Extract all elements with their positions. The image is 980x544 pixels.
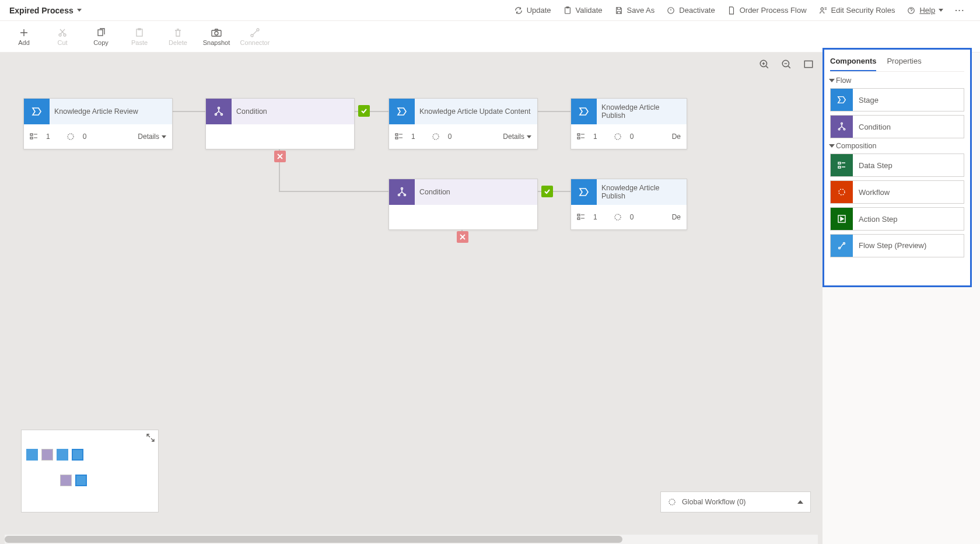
- plus-icon: [19, 27, 29, 38]
- stage-node-review[interactable]: Knowledge Article Review 1 0 Details: [23, 98, 173, 149]
- refresh-icon: [514, 6, 523, 15]
- tab-properties[interactable]: Properties: [887, 54, 921, 71]
- button-label: Delete: [169, 39, 187, 46]
- button-label: Save As: [627, 6, 655, 15]
- connector-line: [173, 111, 205, 112]
- svg-rect-15: [30, 134, 33, 135]
- canvas-area[interactable]: Knowledge Article Review 1 0 Details Con…: [0, 53, 822, 544]
- validate-button[interactable]: Validate: [557, 4, 608, 18]
- details-toggle[interactable]: De: [672, 132, 681, 141]
- details-toggle[interactable]: Details: [138, 132, 166, 141]
- details-toggle[interactable]: De: [672, 213, 681, 221]
- minimap-condition: [41, 449, 53, 461]
- more-button[interactable]: ···: [949, 4, 971, 17]
- details-toggle[interactable]: Details: [503, 132, 531, 141]
- scrollbar-thumb[interactable]: [5, 536, 622, 543]
- svg-point-26: [615, 134, 621, 140]
- details-label: Details: [138, 132, 159, 141]
- stage-node-publish-2[interactable]: Knowledge Article Publish 1 0 De: [570, 179, 687, 230]
- deactivate-icon: [666, 6, 676, 15]
- chevron-up-icon[interactable]: [797, 500, 803, 504]
- process-title-dropdown[interactable]: Expired Process: [9, 6, 82, 15]
- stage-icon: [24, 99, 50, 124]
- workflow-icon: [614, 213, 622, 221]
- node-title: Knowledge Article Publish: [597, 99, 687, 124]
- copy-button[interactable]: Copy: [82, 21, 120, 53]
- stage-node-publish-1[interactable]: Knowledge Article Publish 1 0 De: [570, 98, 687, 149]
- help-button[interactable]: Help: [901, 4, 949, 18]
- button-label: Add: [18, 39, 30, 46]
- snapshot-button[interactable]: Snapshot: [197, 21, 236, 53]
- components-panel: Components Properties Flow Stage Conditi…: [822, 48, 972, 287]
- header-bar: Expired Process Update Validate Save As …: [0, 0, 980, 21]
- minimap-condition: [60, 475, 72, 486]
- svg-rect-25: [578, 137, 580, 139]
- button-label: Order Process Flow: [740, 6, 807, 15]
- global-workflow-bar[interactable]: Global Workflow (0): [660, 491, 811, 512]
- button-label: Connector: [240, 39, 270, 46]
- svg-rect-7: [136, 29, 142, 36]
- minimap[interactable]: [21, 430, 159, 512]
- add-button[interactable]: Add: [5, 21, 43, 53]
- details-label: De: [672, 213, 681, 221]
- save-as-button[interactable]: Save As: [608, 4, 661, 18]
- update-button[interactable]: Update: [508, 4, 557, 18]
- button-label: Update: [527, 6, 551, 15]
- section-label: Flow: [836, 76, 851, 85]
- component-data-step[interactable]: Data Step: [830, 154, 964, 177]
- section-composition[interactable]: Composition: [830, 142, 964, 150]
- component-workflow[interactable]: Workflow: [830, 180, 964, 204]
- node-title: Knowledge Article Publish: [597, 179, 687, 205]
- stage-node-update[interactable]: Knowledge Article Update Content 1 0 Det…: [388, 98, 538, 149]
- tab-components[interactable]: Components: [830, 54, 876, 71]
- edit-security-button[interactable]: Edit Security Roles: [813, 4, 901, 18]
- svg-point-11: [257, 29, 259, 31]
- workflow-icon: [614, 132, 622, 141]
- copy-icon: [96, 27, 106, 38]
- node-title: Condition: [415, 179, 537, 205]
- connector-button[interactable]: Connector: [236, 21, 274, 53]
- component-label: Data Step: [853, 161, 898, 170]
- node-title: Knowledge Article Update Content: [415, 99, 537, 124]
- svg-point-5: [64, 34, 66, 36]
- chevron-down-icon: [527, 135, 531, 138]
- details-label: De: [672, 132, 681, 141]
- action-icon: [831, 208, 853, 230]
- button-label: Paste: [131, 39, 148, 46]
- steps-icon: [395, 132, 403, 141]
- deactivate-button[interactable]: Deactivate: [660, 4, 720, 18]
- steps-count: 1: [593, 132, 597, 141]
- horizontal-scrollbar[interactable]: [5, 535, 818, 544]
- chevron-down-icon: [939, 9, 943, 12]
- steps-count: 1: [46, 132, 50, 141]
- cut-button[interactable]: Cut: [43, 21, 82, 53]
- camera-icon: [211, 27, 222, 38]
- svg-rect-6: [98, 30, 103, 36]
- data-step-icon: [831, 154, 853, 176]
- condition-node-2[interactable]: Condition: [388, 179, 538, 230]
- node-title: Knowledge Article Review: [50, 99, 172, 124]
- svg-rect-24: [578, 134, 580, 135]
- expand-icon[interactable]: [146, 434, 155, 442]
- button-label: Copy: [93, 39, 108, 46]
- button-label: Edit Security Roles: [831, 6, 895, 15]
- section-flow[interactable]: Flow: [830, 76, 964, 85]
- workflow-count: 0: [630, 213, 634, 221]
- component-action-step[interactable]: Action Step: [830, 207, 964, 231]
- component-stage[interactable]: Stage: [830, 88, 964, 111]
- component-label: Stage: [853, 96, 884, 104]
- component-label: Action Step: [853, 215, 904, 224]
- svg-rect-37: [838, 162, 841, 164]
- steps-icon: [577, 213, 585, 221]
- component-flow-step[interactable]: Flow Step (Preview): [830, 234, 964, 257]
- minimap-stage: [26, 449, 38, 461]
- svg-point-33: [669, 499, 675, 505]
- process-title: Expired Process: [9, 6, 74, 15]
- component-condition[interactable]: Condition: [830, 115, 964, 138]
- condition-node[interactable]: Condition: [205, 98, 355, 149]
- delete-button[interactable]: Delete: [159, 21, 197, 53]
- svg-point-32: [615, 214, 621, 220]
- paste-button[interactable]: Paste: [120, 21, 159, 53]
- svg-rect-22: [396, 137, 398, 139]
- order-process-button[interactable]: Order Process Flow: [721, 4, 813, 18]
